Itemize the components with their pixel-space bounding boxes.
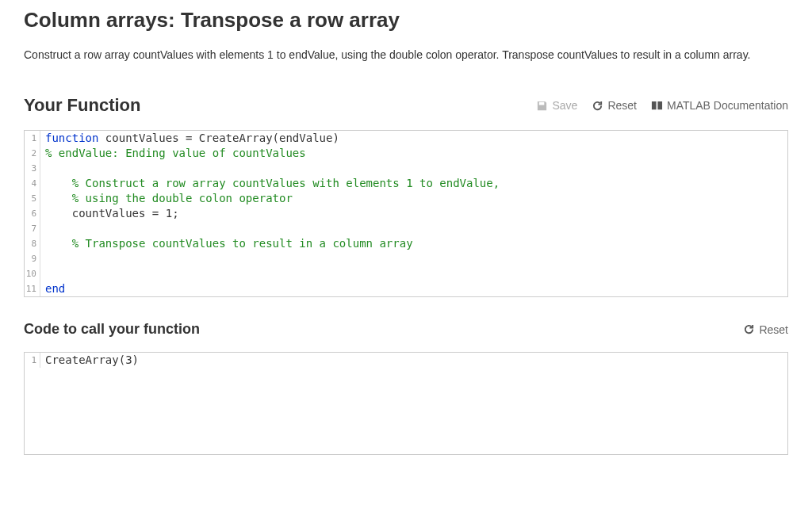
page-title: Column arrays: Transpose a row array — [24, 8, 788, 32]
code-row: 5 % using the double colon operator — [25, 191, 787, 206]
code-line[interactable]: % Transpose countValues to result in a c… — [40, 236, 413, 251]
line-number: 3 — [25, 161, 40, 176]
function-toolbar: Save Reset MATLAB Documentation — [536, 99, 788, 112]
code-line[interactable] — [40, 161, 52, 176]
save-label: Save — [552, 99, 577, 112]
docs-label: MATLAB Documentation — [667, 99, 788, 112]
reset-icon — [743, 323, 755, 335]
code-row: 4 % Construct a row array countValues wi… — [25, 176, 787, 191]
code-line[interactable] — [40, 221, 52, 236]
reset-button[interactable]: Reset — [592, 99, 637, 112]
line-number: 9 — [25, 251, 40, 266]
function-section-title: Your Function — [24, 95, 140, 116]
code-row: 2% endValue: Ending value of countValues — [25, 146, 787, 161]
call-section-header: Code to call your function Reset — [24, 321, 788, 338]
line-number: 1 — [25, 353, 40, 368]
code-row: 11end — [25, 281, 787, 296]
call-code-editor[interactable]: 1CreateArray(3) — [24, 352, 788, 455]
line-number: 11 — [25, 281, 40, 296]
save-icon — [536, 100, 548, 112]
code-line[interactable]: % Construct a row array countValues with… — [40, 176, 500, 191]
call-reset-button[interactable]: Reset — [743, 323, 788, 336]
function-code-editor[interactable]: 1function countValues = CreateArray(endV… — [24, 130, 788, 297]
call-section-title: Code to call your function — [24, 321, 200, 338]
reset-icon — [592, 100, 603, 112]
code-line[interactable]: % endValue: Ending value of countValues — [40, 146, 306, 161]
reset-label: Reset — [607, 99, 637, 112]
problem-instructions: Construct a row array countValues with e… — [24, 47, 788, 63]
save-button[interactable]: Save — [536, 99, 577, 112]
docs-button[interactable]: MATLAB Documentation — [651, 99, 788, 112]
code-row: 7 — [25, 221, 787, 236]
code-row: 3 — [25, 161, 787, 176]
line-number: 4 — [25, 176, 40, 191]
code-line[interactable]: CreateArray(3) — [40, 353, 139, 368]
code-line[interactable] — [40, 251, 52, 266]
code-row: 1function countValues = CreateArray(endV… — [25, 131, 787, 146]
code-row: 9 — [25, 251, 787, 266]
book-icon — [651, 100, 663, 112]
line-number: 1 — [25, 131, 40, 146]
code-row: 8 % Transpose countValues to result in a… — [25, 236, 787, 251]
function-section-header: Your Function Save Reset MATLAB Document… — [24, 95, 788, 116]
line-number: 5 — [25, 191, 40, 206]
line-number: 10 — [25, 266, 40, 281]
code-row: 10 — [25, 266, 787, 281]
code-line[interactable]: % using the double colon operator — [40, 191, 293, 206]
call-reset-label: Reset — [759, 323, 788, 336]
code-row: 6 countValues = 1; — [25, 206, 787, 221]
code-row: 1CreateArray(3) — [25, 353, 787, 368]
code-line[interactable]: end — [40, 281, 65, 296]
line-number: 6 — [25, 206, 40, 221]
line-number: 7 — [25, 221, 40, 236]
code-line[interactable]: function countValues = CreateArray(endVa… — [40, 131, 339, 146]
code-line[interactable]: countValues = 1; — [40, 206, 179, 221]
code-line[interactable] — [40, 266, 52, 281]
line-number: 8 — [25, 236, 40, 251]
line-number: 2 — [25, 146, 40, 161]
